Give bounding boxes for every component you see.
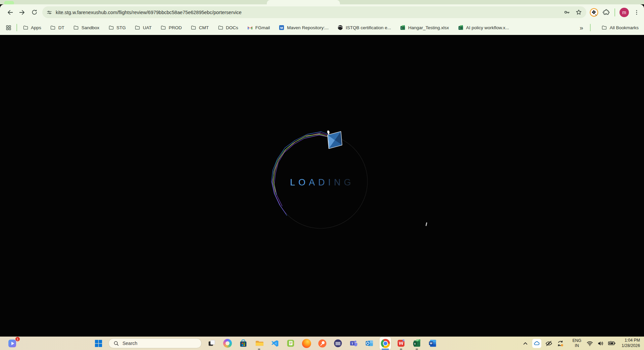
loading-letter: I	[328, 177, 334, 187]
folder-icon	[135, 25, 141, 31]
time-label: 1:04 PM	[625, 338, 640, 343]
extensions-puzzle-icon[interactable]	[603, 9, 610, 16]
notepad-plus-plus-taskbar-button[interactable]	[285, 337, 296, 350]
menu-kebab-icon[interactable]	[633, 9, 640, 16]
windows-logo-icon	[94, 339, 103, 348]
bookmark-item[interactable]: FGmail	[247, 25, 270, 31]
bookmark-item[interactable]: Apps	[22, 25, 41, 31]
reload-button[interactable]	[28, 6, 40, 18]
bookmark-label: Maven Repository:...	[287, 25, 329, 30]
eclipse-taskbar-button[interactable]	[332, 337, 344, 350]
onedrive-icon[interactable]	[532, 339, 541, 348]
bookmark-label: UAT	[143, 25, 152, 30]
svg-text:W: W	[430, 342, 432, 345]
mouse-cursor	[426, 222, 427, 226]
svg-text:M: M	[280, 26, 283, 30]
excel-file-icon: x	[400, 25, 406, 31]
excel-icon: x	[412, 339, 421, 348]
copilot-taskbar-button[interactable]	[222, 337, 233, 350]
word-taskbar-button[interactable]: W	[427, 337, 438, 350]
sync-status-icon[interactable]	[556, 340, 564, 347]
teams-icon: T	[349, 339, 358, 348]
vscode-icon	[271, 339, 279, 348]
chrome-taskbar-button[interactable]	[380, 337, 391, 350]
bookmark-item[interactable]: DT	[50, 25, 64, 31]
bookmark-label: Apps	[31, 25, 41, 30]
folder-icon	[191, 25, 197, 31]
file-explorer-taskbar-button[interactable]	[253, 337, 265, 350]
tray-chevron-up-icon[interactable]	[522, 340, 529, 347]
password-key-icon[interactable]	[563, 9, 571, 16]
bookmark-item[interactable]: Sandbox	[73, 25, 99, 31]
loading-letter: A	[309, 177, 318, 187]
bookmark-item[interactable]: UAT	[135, 25, 152, 31]
loading-letter: O	[298, 177, 309, 187]
bookmark-item[interactable]: CMT	[191, 25, 209, 31]
outlook-taskbar-button[interactable]	[364, 337, 375, 350]
volume-icon[interactable]	[597, 340, 604, 347]
forward-icon	[20, 10, 24, 14]
outlook-icon	[365, 339, 374, 348]
file-explorer-icon	[255, 339, 264, 348]
bookmark-item[interactable]: MMaven Repository:...	[279, 25, 329, 31]
tab-strip	[0, 0, 644, 4]
url-bar[interactable]: kite.stg.w.farenexushub.com/flights/revi…	[42, 6, 586, 18]
running-indicator	[382, 349, 389, 350]
language-line1: ENG	[573, 338, 582, 343]
bookmark-item[interactable]: xHangar_Testing.xlsx	[400, 25, 449, 31]
notepad-plus-plus-icon	[286, 339, 295, 348]
page-content: LOADING	[0, 35, 644, 337]
firefox-taskbar-button[interactable]	[301, 337, 312, 350]
all-bookmarks-button[interactable]: All Bookmarks	[601, 25, 639, 31]
language-indicator[interactable]: ENG IN	[573, 338, 582, 348]
taskbar-apps: TxW	[206, 337, 438, 350]
task-view-taskbar-button[interactable]	[206, 337, 217, 350]
forward-button[interactable]	[16, 6, 28, 18]
folder-icon	[160, 25, 166, 31]
notification-badge: 1	[15, 337, 20, 342]
wps-office-taskbar-button[interactable]	[395, 337, 407, 350]
bookmark-item[interactable]: PROD	[160, 25, 182, 31]
active-tab[interactable]	[267, 0, 340, 4]
bookmark-item[interactable]: xAI policy workflow.x...	[458, 25, 509, 31]
profile-avatar[interactable]: m	[620, 8, 629, 17]
gmail-icon	[247, 25, 253, 31]
bookmarks-overflow-chevron[interactable]: »	[578, 25, 585, 31]
bookmark-label: ISTQB certification e...	[346, 25, 391, 30]
postman-taskbar-button[interactable]	[316, 337, 328, 350]
copilot-icon	[223, 339, 232, 348]
bookmark-item[interactable]: ISTQB certification e...	[337, 25, 391, 31]
wifi-icon[interactable]	[586, 340, 593, 347]
bookmark-star-icon[interactable]	[575, 9, 582, 16]
bookmark-item[interactable]: DOCs	[217, 25, 238, 31]
loading-letter: N	[334, 177, 344, 187]
bookmark-label: CMT	[199, 25, 209, 30]
apps-grid-icon[interactable]	[5, 25, 12, 31]
teams-taskbar-button[interactable]: T	[348, 337, 359, 350]
search-placeholder: Search	[122, 341, 137, 346]
microsoft-store-taskbar-button[interactable]	[238, 337, 249, 350]
taskbar-search[interactable]: Search	[108, 338, 202, 348]
site-settings-icon[interactable]	[46, 9, 52, 15]
eclipse-icon	[334, 339, 342, 348]
back-button[interactable]	[4, 6, 16, 18]
vscode-taskbar-button[interactable]	[269, 337, 281, 350]
excel-file-icon: x	[458, 25, 464, 31]
search-icon	[113, 341, 119, 346]
word-icon: W	[428, 339, 437, 348]
folder-icon	[108, 25, 114, 31]
clock[interactable]: 1:04 PM 1/28/2026	[622, 338, 640, 349]
battery-icon[interactable]	[608, 340, 616, 347]
bookmarks-list: AppsDTSandboxSTGUATPRODCMTDOCsFGmailMMav…	[22, 25, 509, 31]
postman-icon	[318, 339, 327, 348]
kite-extension-icon[interactable]	[590, 8, 598, 17]
excel-taskbar-button[interactable]: x	[411, 337, 423, 350]
bookmark-label: AI policy workflow.x...	[466, 25, 509, 30]
bookmarks-bar: AppsDTSandboxSTGUATPRODCMTDOCsFGmailMMav…	[0, 20, 644, 35]
start-button[interactable]	[93, 338, 104, 349]
loading-letter: D	[318, 177, 328, 187]
eye-slash-icon[interactable]	[545, 340, 553, 347]
bookmark-item[interactable]: STG	[108, 25, 126, 31]
media-app-button[interactable]: 1	[7, 338, 18, 349]
microsoft-store-icon	[239, 339, 248, 348]
